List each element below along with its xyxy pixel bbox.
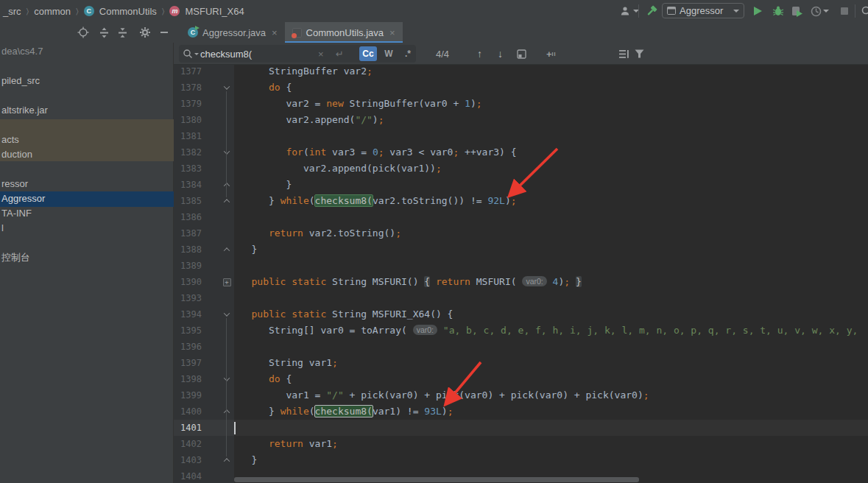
line-number: 1387 <box>174 225 202 242</box>
user-menu[interactable] <box>619 0 639 22</box>
search-everywhere-button[interactable] <box>861 0 868 22</box>
build-button[interactable] <box>646 0 658 22</box>
editor-tab[interactable]: CAggressor.java× <box>180 22 285 43</box>
code-line[interactable]: 1379 var2 = new StringBuffer(var0 + 1); <box>174 96 868 112</box>
open-in-find-window-button[interactable] <box>517 43 526 65</box>
hide-panel-button[interactable] <box>158 26 171 39</box>
code-text: return var1; <box>234 436 338 452</box>
view-options-icon <box>618 49 629 59</box>
code-line[interactable]: 1385 } while(checksum8(var2.toString()) … <box>174 193 868 209</box>
code-line[interactable]: 1387 return var2.toString(); <box>174 225 868 242</box>
fold-marker-icon[interactable] <box>221 306 233 322</box>
code-line[interactable]: 1399 var1 = "/" + pick(var0) + pick(var0… <box>174 387 868 403</box>
fold-marker-icon[interactable] <box>221 177 233 193</box>
tree-item[interactable]: TA-INF <box>1 206 32 221</box>
expand-all-button[interactable] <box>97 26 110 39</box>
next-occurrence-button[interactable]: ↓ <box>498 43 503 65</box>
code-editor[interactable]: 1377 StringBuffer var2;1378 do {1379 var… <box>174 65 868 483</box>
collapse-all-button[interactable] <box>116 26 129 39</box>
regex-toggle[interactable]: .* <box>399 46 417 61</box>
code-line[interactable]: 1394 public static String MSFURI_X64() { <box>174 306 868 322</box>
add-occurrence-button[interactable]: +II <box>546 43 868 65</box>
tree-item[interactable]: l <box>1 221 4 236</box>
breadcrumb-item[interactable]: CommonUtils <box>99 6 157 17</box>
locate-file-button[interactable] <box>77 26 90 39</box>
editor-tab[interactable]: CommonUtils.java× <box>285 22 403 43</box>
fold-marker-icon[interactable] <box>221 144 233 161</box>
breadcrumb-item[interactable]: common <box>34 6 71 17</box>
user-icon <box>619 5 631 17</box>
code-line[interactable]: 1377 StringBuffer var2; <box>174 63 868 80</box>
tab-label: CommonUtils.java <box>306 27 384 38</box>
tree-item[interactable]: altstrike.jar <box>1 103 48 118</box>
profiler-button[interactable] <box>811 0 829 22</box>
code-text: public static String MSFURI_X64() { <box>234 306 453 322</box>
code-line[interactable]: 1400 } while(checksum8(var1) != 93L); <box>174 403 868 420</box>
fold-marker-icon[interactable] <box>221 80 233 96</box>
run-toolbar: Aggressor <box>609 0 868 22</box>
code-line[interactable]: 1401 <box>174 420 868 436</box>
tree-item[interactable]: Aggressor <box>1 191 45 206</box>
line-number: 1381 <box>174 128 202 144</box>
breadcrumb-chevron-icon: 〉 <box>27 7 29 16</box>
run-button[interactable] <box>753 0 763 22</box>
code-line[interactable]: 1386 <box>174 209 868 225</box>
breadcrumb-item[interactable]: MSFURI_X64 <box>185 6 244 17</box>
code-line[interactable]: 1393 <box>174 290 868 306</box>
code-line[interactable]: 1402 return var1; <box>174 436 868 452</box>
panel-settings-button[interactable] <box>138 26 152 39</box>
code-line[interactable]: 1398 do { <box>174 371 868 387</box>
line-number: 1399 <box>174 387 202 403</box>
code-text: public static String MSFURI() { return M… <box>234 274 582 290</box>
code-line[interactable]: 1378 do { <box>174 80 868 96</box>
tree-item[interactable]: piled_src <box>1 74 40 88</box>
search-mode-menu[interactable] <box>183 43 199 65</box>
breadcrumb-item[interactable]: _src <box>3 6 21 17</box>
project-tree-panel: dea\cs4.7piled_srcaltstrike.jaractsducti… <box>0 43 174 483</box>
tree-item[interactable]: dea\cs4.7 <box>1 44 43 59</box>
code-line[interactable]: 1380 var2.append("/"); <box>174 112 868 128</box>
fold-marker-icon[interactable]: + <box>221 274 233 290</box>
top-bar: _src〉common〉CCommonUtils〉mMSFURI_X64 <box>0 0 868 23</box>
code-line[interactable]: 1397 String var1; <box>174 355 868 371</box>
fold-marker-icon[interactable] <box>221 242 233 258</box>
code-line[interactable]: 1382 for(int var3 = 0; var3 < var0; ++va… <box>174 144 868 161</box>
code-line[interactable]: 1403 } <box>174 452 868 468</box>
fold-marker-icon[interactable] <box>221 371 233 387</box>
fold-marker-icon[interactable] <box>221 452 233 468</box>
fold-marker-icon[interactable] <box>221 193 233 209</box>
stop-button[interactable] <box>840 0 849 22</box>
debug-button[interactable] <box>772 0 784 22</box>
tree-item[interactable]: duction <box>1 147 32 162</box>
match-case-toggle[interactable]: Cc <box>359 46 377 61</box>
line-number: 1401 <box>174 420 202 436</box>
line-number: 1395 <box>174 322 202 339</box>
coverage-button[interactable] <box>791 0 803 22</box>
previous-occurrence-button[interactable]: ↑ <box>477 43 482 65</box>
search-query-text[interactable]: checksum8( <box>200 43 252 65</box>
fold-marker-icon[interactable] <box>221 403 233 420</box>
code-text: do { <box>234 80 292 96</box>
clear-search-icon[interactable]: × <box>318 43 324 65</box>
tree-item[interactable]: 控制台 <box>1 250 30 265</box>
code-line[interactable]: 1388 } <box>174 242 868 258</box>
newline-icon[interactable]: ↵ <box>336 43 344 65</box>
horizontal-scrollbar[interactable] <box>234 477 639 482</box>
run-configuration-select[interactable]: Aggressor <box>662 3 744 18</box>
code-line[interactable]: 1383 var2.append(pick(var1)); <box>174 161 868 177</box>
tree-item[interactable]: ressor <box>1 177 28 191</box>
code-line[interactable]: 1395 String[] var0 = toArray( var0: "a, … <box>174 322 868 339</box>
view-options-button[interactable] <box>618 43 629 65</box>
tree-item[interactable]: acts <box>1 133 19 147</box>
code-line[interactable]: 1390+ public static String MSFURI() { re… <box>174 274 868 290</box>
words-toggle[interactable]: W <box>380 46 398 61</box>
settings-gear-icon <box>139 27 151 38</box>
close-icon[interactable]: × <box>272 27 278 38</box>
code-line[interactable]: 1396 <box>174 339 868 355</box>
close-icon[interactable]: × <box>389 27 395 38</box>
code-line[interactable]: 1384 } <box>174 177 868 193</box>
code-line[interactable]: 1381 <box>174 128 868 144</box>
code-line[interactable]: 1389 <box>174 258 868 274</box>
line-number: 1400 <box>174 403 202 420</box>
filter-button[interactable] <box>635 43 644 65</box>
